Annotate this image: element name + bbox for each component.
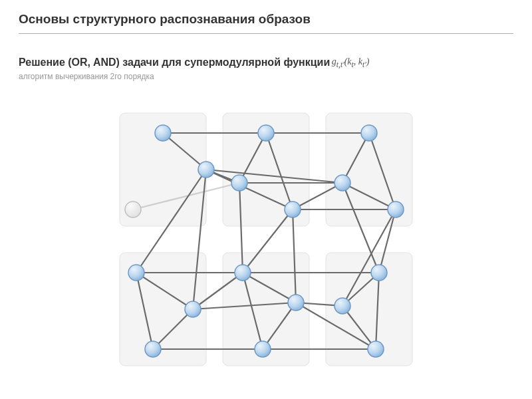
graph-node — [231, 175, 247, 191]
graph-node — [258, 125, 274, 141]
subtitle-block: Решение (OR, AND) задачи для супермодуля… — [19, 57, 513, 81]
subtitle: Решение (OR, AND) задачи для супермодуля… — [19, 57, 330, 68]
graph-node — [371, 265, 387, 281]
graph-node — [388, 201, 404, 217]
page-title: Основы структурного распознавания образо… — [19, 12, 513, 34]
graph-node — [155, 125, 171, 141]
graph-node — [145, 341, 161, 357]
graph-node — [128, 265, 144, 281]
graph-node — [125, 201, 141, 217]
graph-node — [285, 201, 301, 217]
graph-node — [235, 265, 251, 281]
graph-node — [334, 298, 350, 314]
graph-node — [255, 341, 271, 357]
graph-node — [198, 162, 214, 178]
graph-node — [368, 341, 384, 357]
graph-node — [334, 175, 350, 191]
sub-subtitle: алгоритм вычеркивания 2го порядка — [19, 72, 513, 81]
graph-node — [288, 295, 304, 311]
graph-node — [361, 125, 377, 141]
graph-node — [185, 301, 201, 317]
formula-inline: gt,t′(kt, kt′) — [332, 57, 370, 66]
graph-diagram — [113, 106, 419, 386]
slide: Основы структурного распознавания образо… — [0, 0, 532, 399]
